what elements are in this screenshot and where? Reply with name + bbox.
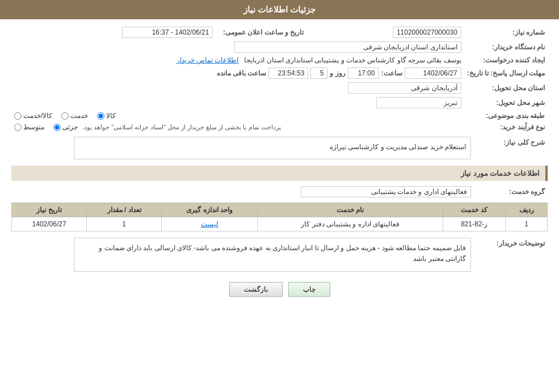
cell-qty: 1 [87,217,162,231]
requester-value: یوسف بقائی سرجه گاو کارشناس خدمات و پشتی… [244,56,461,64]
delivery-city-cell: تبریز [11,95,464,110]
response-time-label: ساعت: [381,69,402,77]
buyer-notes-value: فایل ضمیمه حتما مطالعه شود - هزینه حمل و… [74,238,471,272]
purchase-type-jozii-radio[interactable] [53,124,61,131]
announcement-value-cell: 1402/06/21 - 16:37 [11,25,216,40]
purchase-type-cell: متوسط جزئی پرداخت تمام یا بخشی از مبلغ خ… [11,121,464,133]
category-khedmat-radio[interactable] [61,112,69,120]
need-description-label: شرح کلی نیاز: [474,135,548,161]
category-label: طبقه بندی موضوعی: [464,110,548,121]
need-number-value: 1102000027000030 [393,27,461,38]
col-header-unit: واحد اندازه گیری [162,203,258,217]
purchase-type-option-jozii[interactable]: جزئی [53,123,78,131]
remaining-value: 23:54:53 [268,68,308,79]
purchase-type-label: نوع فرآیند خرید: [464,121,548,133]
announcement-label: تاریخ و ساعت اعلان عمومی: [216,25,306,40]
need-description-cell: استعلام خرید صندلی مدیریت و کارشناسی تیر… [11,135,474,161]
table-row: 1 ز-82-821 فعالیتهای اداره و پشتیبانی دف… [12,217,548,231]
response-days-value: 5 [310,68,327,79]
col-header-qty: تعداد / مقدار [87,203,162,217]
buyer-org-cell: استانداری استان اذربایجان شرقی [11,40,464,54]
category-kala-khedmat-radio[interactable] [14,112,22,120]
announcement-datetime-value: 1402/06/21 - 16:37 [122,27,213,38]
category-kala-radio[interactable] [97,112,104,120]
service-group-label: گروه خدمت: [474,184,548,199]
response-date-value: 1402/06/27 [405,68,461,79]
requester-label: ایجاد کننده درخواست: [464,54,548,66]
requester-cell: یوسف بقائی سرجه گاو کارشناس خدمات و پشتی… [11,54,464,66]
col-header-code: کد خدمت [443,203,505,217]
purchase-type-motavasset-label: متوسط [23,123,44,131]
category-kala-label: کالا [106,112,116,120]
col-header-name: نام خدمت [258,203,443,217]
category-khedmat-label: خدمت [70,112,88,120]
action-buttons: چاپ بازگشت [11,282,548,297]
response-deadline-cell: 1402/06/27 ساعت: 17:00 روز و 5 23:54:53 … [11,66,464,81]
purchase-type-note: پرداخت تمام یا بخشی از مبلغ خریدار از مح… [82,124,281,131]
purchase-type-motavasset-radio[interactable] [14,124,22,131]
buyer-org-value: استانداری استان اذربایجان شرقی [234,41,461,53]
services-table: ردیف کد خدمت نام خدمت واحد اندازه گیری ت… [11,203,548,231]
print-button[interactable]: چاپ [288,282,330,297]
delivery-province-cell: آذربایجان شرقی [11,81,464,95]
need-description-value: استعلام خرید صندلی مدیریت و کارشناسی تیر… [74,137,471,159]
remaining-label: ساعت باقی مانده [217,69,267,77]
service-group-cell: فعالیتهای اداری و خدمات پشتیبانی [11,184,474,199]
purchase-type-jozii-label: جزئی [62,123,78,131]
purchase-type-option-motavasset[interactable]: متوسط [14,123,44,131]
category-option-kala-khedmat[interactable]: کالا/خدمت [14,112,52,120]
buyer-org-label: نام دستگاه خریدار: [464,40,548,54]
col-header-row: ردیف [506,203,548,217]
cell-date: 1402/06/27 [12,217,87,231]
response-time-value: 17:00 [348,68,379,79]
delivery-city-value: تبریز [376,97,461,108]
category-cell: کالا/خدمت خدمت کالا [11,110,464,121]
delivery-province-value: آذربایجان شرقی [348,82,461,94]
page-header: جزئیات اطلاعات نیاز [0,0,559,19]
category-option-kala[interactable]: کالا [97,112,116,120]
need-number-label: شماره نیاز: [464,25,548,40]
buyer-notes-cell: فایل ضمیمه حتما مطالعه شود - هزینه حمل و… [11,236,474,273]
cell-row: 1 [506,217,548,231]
need-number-cell: 1102000027000030 [306,25,464,40]
service-group-value: فعالیتهای اداری و خدمات پشتیبانی [301,186,471,197]
contact-info-link[interactable]: اطلاعات تماس خریدار [176,56,239,64]
cell-name: فعالیتهای اداره و پشتیبانی دفتر کار [258,217,443,231]
back-button[interactable]: بازگشت [229,282,283,297]
cell-code: ز-82-821 [443,217,505,231]
delivery-city-label: شهر محل تحویل: [464,95,548,110]
category-kala-khedmat-label: کالا/خدمت [23,112,52,120]
col-header-date: تاریخ نیاز [12,203,87,217]
services-section-header: اطلاعات خدمات مورد نیاز [11,166,548,181]
delivery-province-label: استان محل تحویل: [464,81,548,95]
buyer-notes-label: توضیحات خریدار: [474,236,548,273]
response-days-label: روز و [330,69,345,77]
cell-unit: لیست [162,217,258,231]
response-deadline-label: مهلت ارسال پاسخ: تا تاریخ: [464,66,548,81]
category-option-khedmat[interactable]: خدمت [61,112,88,120]
